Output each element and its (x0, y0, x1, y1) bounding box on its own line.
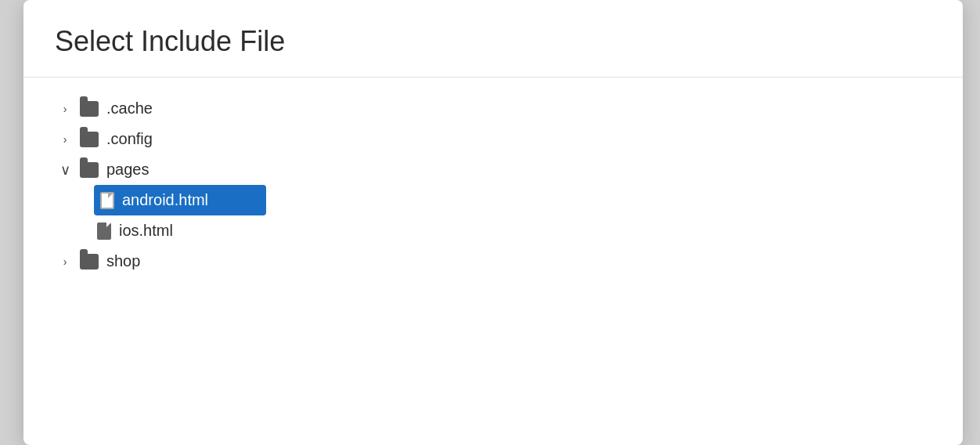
chevron-icon-pages: ∨ (58, 161, 72, 179)
folder-icon-cache (80, 101, 99, 117)
file-item-ios-html[interactable]: ios.html (94, 215, 931, 246)
chevron-icon-config: › (58, 133, 72, 146)
file-icon-ios-html (97, 222, 111, 240)
modal-header: Select Include File (23, 0, 963, 78)
pages-children: android.html ios.html (55, 185, 931, 246)
folder-label-shop: shop (106, 252, 140, 270)
file-label-ios-html: ios.html (119, 222, 173, 240)
folder-icon-pages (80, 162, 99, 178)
folder-item-config[interactable]: › .config (55, 124, 931, 154)
folder-item-shop[interactable]: › shop (55, 246, 931, 277)
folder-item-pages[interactable]: ∨ pages (55, 154, 931, 185)
modal-dialog: Select Include File › .cache › .config ∨… (23, 0, 963, 445)
file-icon-android-html (100, 192, 114, 209)
file-label-android-html: android.html (122, 191, 208, 209)
folder-item-cache[interactable]: › .cache (55, 93, 931, 124)
folder-label-cache: .cache (106, 99, 153, 118)
chevron-icon-cache: › (58, 103, 72, 115)
file-item-android-html[interactable]: android.html (94, 185, 266, 215)
folder-icon-shop (80, 254, 99, 270)
modal-body: › .cache › .config ∨ pages android.html (23, 78, 963, 292)
folder-label-pages: pages (106, 161, 150, 179)
modal-title: Select Include File (55, 25, 931, 58)
chevron-icon-shop: › (58, 255, 72, 268)
folder-label-config: .config (106, 130, 153, 148)
folder-icon-config (80, 132, 99, 147)
